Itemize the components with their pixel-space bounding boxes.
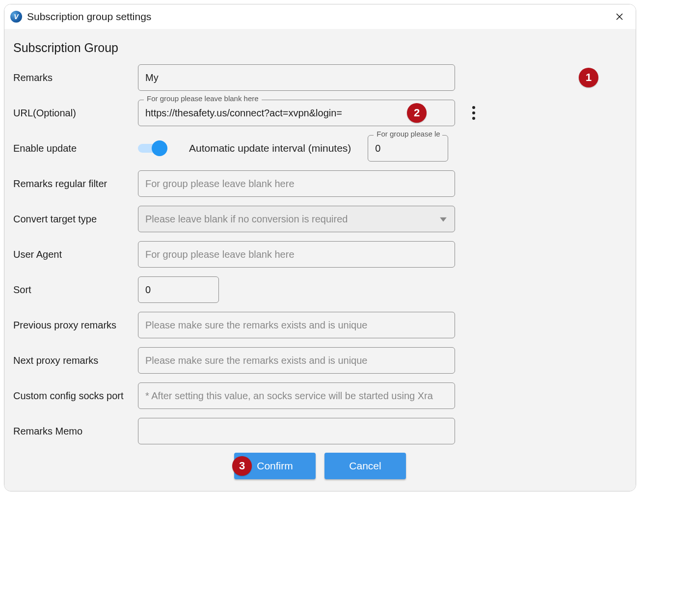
convert-target-placeholder: Please leave blank if no conversion is r…	[145, 214, 348, 225]
section-title: Subscription Group	[13, 41, 627, 55]
label-next-proxy: Next proxy remarks	[13, 355, 138, 366]
more-vertical-icon	[472, 106, 475, 109]
label-user-agent: User Agent	[13, 249, 138, 260]
label-url: URL(Optional)	[13, 108, 138, 119]
remarks-filter-input[interactable]	[138, 170, 455, 197]
label-sort: Sort	[13, 284, 138, 296]
row-enable-update: Enable update Automatic update interval …	[13, 135, 627, 162]
cancel-button[interactable]: Cancel	[324, 453, 406, 479]
label-remarks-memo: Remarks Memo	[13, 426, 138, 437]
update-interval-input[interactable]	[368, 135, 448, 162]
label-socks-port: Custom config socks port	[13, 390, 138, 402]
row-user-agent: User Agent	[13, 241, 627, 268]
row-socks-port: Custom config socks port	[13, 382, 627, 409]
titlebar: V Subscription group settings	[4, 4, 636, 29]
label-prev-proxy: Previous proxy remarks	[13, 320, 138, 331]
annotation-1: 1	[579, 68, 598, 87]
buttons-row: Confirm 3 Cancel	[13, 453, 627, 479]
label-remarks-filter: Remarks regular filter	[13, 178, 138, 190]
convert-target-select[interactable]: Please leave blank if no conversion is r…	[138, 206, 455, 232]
sort-input[interactable]	[138, 276, 219, 303]
remarks-memo-input[interactable]	[138, 418, 455, 444]
row-sort: Sort	[13, 276, 627, 303]
label-remarks: Remarks	[13, 72, 138, 83]
row-remarks: Remarks 1	[13, 64, 627, 91]
close-icon	[615, 12, 624, 21]
url-more-button[interactable]	[468, 103, 480, 123]
enable-update-toggle[interactable]	[138, 140, 167, 156]
update-interval-label: Automatic update interval (minutes)	[189, 142, 351, 154]
next-proxy-input[interactable]	[138, 347, 455, 374]
label-enable-update: Enable update	[13, 143, 138, 154]
dialog-body: Subscription Group Remarks 1 URL(Optiona…	[4, 29, 636, 491]
row-prev-proxy: Previous proxy remarks	[13, 311, 627, 339]
app-icon: V	[10, 11, 22, 23]
window-title: Subscription group settings	[27, 11, 611, 23]
url-float-label: For group please leave blank here	[144, 94, 262, 103]
interval-float-label: For group please le	[374, 130, 442, 138]
row-remarks-filter: Remarks regular filter	[13, 170, 627, 197]
row-url: URL(Optional) For group please leave bla…	[13, 99, 627, 127]
label-convert-target: Convert target type	[13, 214, 138, 225]
row-convert-target: Convert target type Please leave blank i…	[13, 205, 627, 233]
socks-port-input[interactable]	[138, 382, 455, 409]
row-remarks-memo: Remarks Memo	[13, 417, 627, 445]
chevron-down-icon	[440, 214, 447, 225]
svg-marker-2	[440, 218, 447, 222]
user-agent-input[interactable]	[138, 241, 455, 268]
url-input[interactable]	[138, 100, 455, 126]
prev-proxy-input[interactable]	[138, 312, 455, 338]
close-button[interactable]	[611, 8, 628, 25]
row-next-proxy: Next proxy remarks	[13, 347, 627, 374]
remarks-input[interactable]	[138, 64, 455, 91]
confirm-button[interactable]: Confirm	[234, 453, 316, 479]
dialog-window: V Subscription group settings Subscripti…	[4, 4, 636, 491]
